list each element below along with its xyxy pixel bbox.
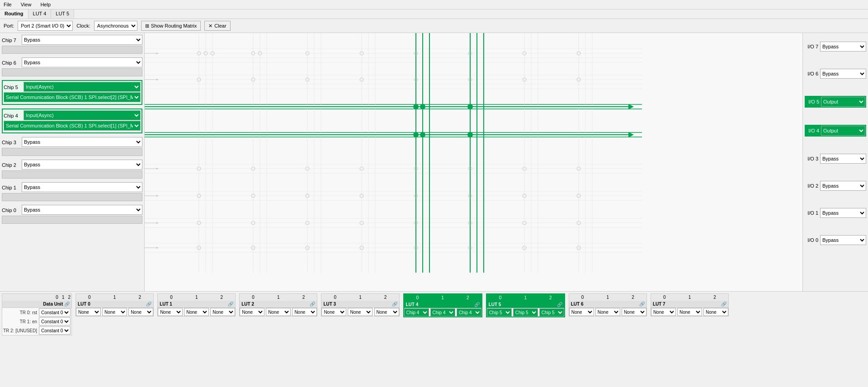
io1-row: I/O 1 Bypass xyxy=(805,208,866,218)
routing-area xyxy=(145,33,802,291)
lut0-select-2[interactable]: None xyxy=(128,308,153,316)
lut6-col-header: 012 xyxy=(569,294,646,301)
lut4-select-2[interactable]: Chip 4 xyxy=(457,308,481,316)
chip5-sub-select[interactable]: Serial Communication Block (SCB) 1 SPI.s… xyxy=(4,92,141,102)
lut0-link-icon[interactable]: 🔗 xyxy=(146,302,151,307)
du-select-0[interactable]: Constant 0 xyxy=(39,308,71,316)
lut5-col-header: 012 xyxy=(487,294,564,301)
chip3-label: Chip 3 xyxy=(2,140,20,145)
lut4-box: 012 LUT 4 🔗 Chip 4 Chip 4 Chip 4 xyxy=(403,293,482,317)
chip7-mode-select[interactable]: Bypass xyxy=(22,35,142,45)
io6-row: I/O 6 Bypass xyxy=(805,69,866,79)
lut3-col-header: 012 xyxy=(321,294,399,301)
lut1-select-1[interactable]: None xyxy=(184,308,209,316)
io0-select[interactable]: Bypass xyxy=(820,235,866,245)
chip6-mode-select[interactable]: Bypass xyxy=(22,57,142,67)
data-unit-box: 0 1 2 Data Unit 🔗 TR 0: rst Constant 0 T… xyxy=(2,293,72,335)
chip1-mode-select[interactable]: Bypass xyxy=(22,182,142,192)
lut1-select-2[interactable]: None xyxy=(210,308,235,316)
chip4-sub-select[interactable]: Serial Communication Block (SCB) 1 SPI.s… xyxy=(4,121,141,131)
lut5-select-0[interactable]: Chip 5 xyxy=(487,308,512,316)
menu-help[interactable]: Help xyxy=(38,1,52,8)
tab-lut4[interactable]: LUT 4 xyxy=(28,9,52,19)
show-routing-matrix-button[interactable]: ⊞ Show Routing Matrix xyxy=(141,21,201,31)
chip0-mode-select[interactable]: Bypass xyxy=(22,205,142,215)
io5-row: I/O 5 Output xyxy=(805,96,866,108)
lut6-select-1[interactable]: None xyxy=(595,308,620,316)
io5-select[interactable]: Output xyxy=(821,97,865,107)
io1-label: I/O 1 xyxy=(805,210,818,216)
lut7-select-1[interactable]: None xyxy=(677,308,702,316)
chip4-mode-select[interactable]: Input(Async) xyxy=(24,110,141,120)
io6-select[interactable]: Bypass xyxy=(820,69,866,79)
data-unit-col-header: 0 1 2 xyxy=(2,294,71,301)
grid-h-lines xyxy=(145,49,642,252)
grid-v-lines xyxy=(199,33,592,273)
right-panel: I/O 7 Bypass I/O 6 Bypass I/O 5 Output xyxy=(802,33,868,291)
lut0-select-0[interactable]: None xyxy=(76,308,101,316)
x-icon: ✕ xyxy=(208,23,212,29)
lut5-box: 012 LUT 5 🔗 Chip 5 Chip 5 Chip 5 xyxy=(486,293,565,317)
lut1-select-0[interactable]: None xyxy=(158,308,183,316)
tab-lut5[interactable]: LUT 5 xyxy=(51,9,74,19)
lut2-select-2[interactable]: None xyxy=(292,308,317,316)
clear-button[interactable]: ✕ Clear xyxy=(204,21,230,31)
io1-select[interactable]: Bypass xyxy=(820,208,866,218)
lut0-select-1[interactable]: None xyxy=(102,308,127,316)
chip5-label: Chip 5 xyxy=(4,85,22,90)
lut3-select-0[interactable]: None xyxy=(321,308,346,316)
lut6-link-icon[interactable]: 🔗 xyxy=(639,302,645,307)
tab-routing[interactable]: Routing xyxy=(0,9,28,19)
lut5-link-icon[interactable]: 🔗 xyxy=(557,302,562,307)
io6-label: I/O 6 xyxy=(805,71,818,76)
io3-select[interactable]: Bypass xyxy=(820,154,866,164)
chip7-label: Chip 7 xyxy=(2,38,20,43)
menu-view[interactable]: View xyxy=(19,1,33,8)
toolbar: Port: Port 2 (Smart I/O 0) Clock: Asynch… xyxy=(0,19,868,33)
lut7-select-0[interactable]: None xyxy=(651,308,676,316)
du-select-2[interactable]: Constant 0 xyxy=(39,326,71,335)
menu-file[interactable]: File xyxy=(2,1,14,8)
lut3-link-icon[interactable]: 🔗 xyxy=(392,302,397,307)
lut1-box: 012 LUT 1 🔗 None None None xyxy=(157,293,236,316)
io3-row: I/O 3 Bypass xyxy=(805,154,866,164)
io4-select[interactable]: Output xyxy=(821,126,865,136)
chip5-mode-select[interactable]: Input(Async) xyxy=(24,82,141,92)
lut7-header: LUT 7 🔗 xyxy=(651,301,728,308)
lut2-link-icon[interactable]: 🔗 xyxy=(310,302,315,307)
io2-select[interactable]: Bypass xyxy=(820,181,866,191)
lut2-select-0[interactable]: None xyxy=(240,308,264,316)
port-select[interactable]: Port 2 (Smart I/O 0) xyxy=(18,21,73,31)
du-row-2: TR 2: [UNUSED] Constant 0 xyxy=(2,326,71,335)
lut4-select-0[interactable]: Chip 4 xyxy=(404,308,429,316)
io2-label: I/O 2 xyxy=(805,183,818,189)
lut3-select-2[interactable]: None xyxy=(374,308,399,316)
chip3-mode-select[interactable]: Bypass xyxy=(22,137,142,147)
lut5-select-1[interactable]: Chip 5 xyxy=(513,308,538,316)
lut3-select-1[interactable]: None xyxy=(348,308,373,316)
lut3-header: LUT 3 🔗 xyxy=(321,301,399,308)
lut7-link-icon[interactable]: 🔗 xyxy=(721,302,726,307)
clock-select[interactable]: Asynchronous xyxy=(94,21,137,31)
chip2-mode-select[interactable]: Bypass xyxy=(22,160,142,170)
io2-row: I/O 2 Bypass xyxy=(805,181,866,191)
lut6-select-0[interactable]: None xyxy=(569,308,594,316)
data-unit-link-icon[interactable]: 🔗 xyxy=(64,302,70,307)
lut1-col-header: 012 xyxy=(158,294,235,301)
svg-point-106 xyxy=(413,132,419,137)
lut4-link-icon[interactable]: 🔗 xyxy=(474,302,480,307)
chip6-label: Chip 6 xyxy=(2,60,20,66)
data-unit-header: Data Unit 🔗 xyxy=(2,301,71,308)
chip6-row: Chip 6 Bypass xyxy=(2,57,142,76)
lut7-select-2[interactable]: None xyxy=(703,308,728,316)
lut4-select-1[interactable]: Chip 4 xyxy=(430,308,455,316)
du-select-1[interactable]: Constant 0 xyxy=(39,317,71,326)
lut2-select-1[interactable]: None xyxy=(266,308,291,316)
lut5-select-2[interactable]: Chip 5 xyxy=(539,308,564,316)
lut6-select-2[interactable]: None xyxy=(622,308,646,316)
lut1-link-icon[interactable]: 🔗 xyxy=(228,302,233,307)
content-area: Chip 7 Bypass Chip 6 Bypass xyxy=(0,33,868,291)
chip2-row: Chip 2 Bypass xyxy=(2,160,142,179)
lut7-box: 012 LUT 7 🔗 None None None xyxy=(651,293,729,316)
io7-select[interactable]: Bypass xyxy=(820,42,866,52)
